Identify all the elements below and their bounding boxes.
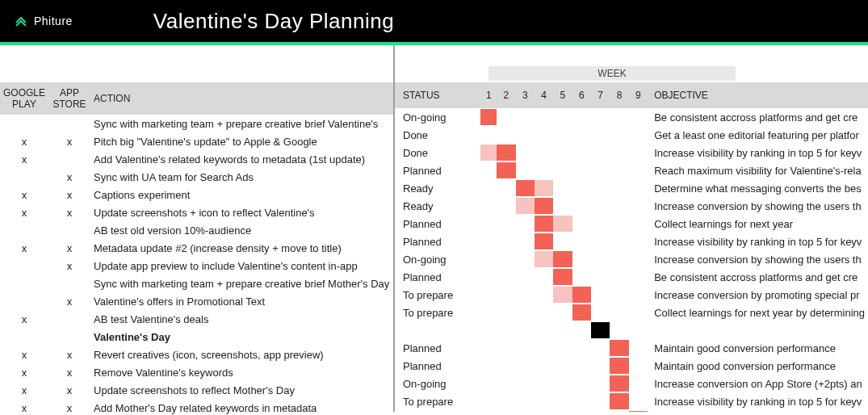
gantt-row[interactable]: DoneGet a least one editorial featuring … xyxy=(395,126,868,144)
gantt-cell xyxy=(629,161,648,179)
table-row[interactable]: xxPitch big "Valentine's update" to Appl… xyxy=(0,132,393,150)
gantt-cell xyxy=(476,357,497,375)
gantt-bar xyxy=(535,198,553,214)
table-row[interactable]: xxRevert creatives (icon, screenshots, a… xyxy=(0,346,393,363)
table-row[interactable]: xxAdd Mother's Day related keywords in m… xyxy=(0,399,393,415)
col-status: STATUS xyxy=(395,82,476,108)
table-row[interactable]: xxUpdate screenshots to reflect Mother's… xyxy=(0,381,393,399)
gantt-row[interactable]: On-goingBe consistent accross platforms … xyxy=(395,108,868,126)
gantt-row[interactable]: PlannedIncrease visibility by ranking in… xyxy=(395,233,868,250)
gantt-row[interactable] xyxy=(395,321,868,339)
gantt-row[interactable]: On-goingIncrease conversion on App Store… xyxy=(395,375,868,392)
gantt-row[interactable]: PlannedCollect learnings for next year xyxy=(395,215,868,233)
cell-google-play: x xyxy=(0,203,48,221)
gantt-bar xyxy=(610,340,628,356)
cell-app-store: x xyxy=(48,132,90,150)
table-row[interactable]: xUpdate app preview to include Valentine… xyxy=(0,257,393,275)
cell-objective: Reach maximum visibility for Valentine's… xyxy=(648,161,868,179)
gantt-row[interactable]: PlannedMaintain good conversion performa… xyxy=(395,357,868,375)
gantt-cell xyxy=(572,321,591,339)
gantt-row[interactable]: ReadyDetermine what messaging converts t… xyxy=(395,179,868,197)
gantt-row[interactable]: On-goingIncrease conversion by showing t… xyxy=(395,250,868,268)
cell-status: Planned xyxy=(395,233,476,250)
gantt-row[interactable]: PlannedBe consistent accross platforms a… xyxy=(395,268,868,286)
gantt-cell xyxy=(591,392,610,410)
cell-objective: Increase conversion on App Store (+2pts)… xyxy=(648,375,868,392)
action-table: GOOGLE PLAY APP STORE ACTION Sync with m… xyxy=(0,82,393,415)
gantt-row[interactable]: To prepareIncrease visibility by ranking… xyxy=(395,392,868,410)
gantt-cell xyxy=(610,233,628,250)
gantt-cell xyxy=(610,268,628,286)
table-row[interactable]: xValentine's offers in Promotional Text xyxy=(0,292,393,310)
table-row[interactable]: AB test old version 10%-audience xyxy=(0,221,393,239)
gantt-cell xyxy=(591,410,610,412)
gantt-cell xyxy=(553,144,572,161)
cell-action: Sync with UA team for Search Ads xyxy=(90,168,393,186)
gantt-row[interactable]: PlannedMaintain good conversion performa… xyxy=(395,339,868,357)
cell-app-store xyxy=(48,310,90,328)
gantt-cell xyxy=(497,410,515,412)
gantt-cell xyxy=(610,304,628,321)
cell-objective: Increase visibility by ranking in top 5 … xyxy=(648,392,868,410)
table-row[interactable]: xxMetadata update #2 (increase density +… xyxy=(0,239,393,257)
table-row[interactable]: xSync with UA team for Search Ads xyxy=(0,168,393,186)
table-row[interactable]: xxRemove Valentine's keywords xyxy=(0,363,393,381)
table-row[interactable]: xxUpdate screenshots + icon to reflect V… xyxy=(0,203,393,221)
gantt-cell xyxy=(572,304,591,321)
gantt-row[interactable]: To prepareIncrease conversion by promoti… xyxy=(395,286,868,304)
gantt-cell xyxy=(591,286,610,304)
cell-status: Ready xyxy=(395,197,476,215)
gantt-cell xyxy=(516,304,535,321)
gantt-cell xyxy=(497,286,515,304)
gantt-cell xyxy=(572,286,591,304)
gantt-cell xyxy=(535,357,553,375)
gantt-cell xyxy=(476,233,497,250)
gantt-cell xyxy=(591,126,610,144)
gantt-cell xyxy=(535,126,553,144)
gantt-cell xyxy=(476,304,497,321)
table-row[interactable]: xAdd Valentine's related keywords to met… xyxy=(0,150,393,168)
gantt-cell xyxy=(591,250,610,268)
table-header-row: GOOGLE PLAY APP STORE ACTION xyxy=(0,82,393,115)
gantt-cell xyxy=(535,375,553,392)
cell-status: To prepare xyxy=(395,304,476,321)
gantt-row[interactable]: To prepareCollect learnings for next yea… xyxy=(395,304,868,321)
cell-objective: Increase visibility by ranking in top 5 … xyxy=(648,144,868,161)
week-header: 9 xyxy=(629,82,648,108)
table-row[interactable]: Sync with marketing team + prepare creat… xyxy=(0,115,393,132)
gantt-cell xyxy=(516,357,535,375)
gantt-cell xyxy=(476,108,497,126)
cell-status: Planned xyxy=(395,339,476,357)
cell-action: Revert creatives (icon, screenshots, app… xyxy=(90,346,393,363)
gantt-cell xyxy=(535,215,553,233)
gantt-cell xyxy=(553,304,572,321)
table-row[interactable]: Sync with marketing team + prepare creat… xyxy=(0,275,393,292)
gantt-row[interactable]: DoneIncrease visibility by ranking in to… xyxy=(395,144,868,161)
gantt-cell xyxy=(516,286,535,304)
gantt-row[interactable]: PlannedReach maximum visibility for Vale… xyxy=(395,161,868,179)
gantt-row[interactable]: ReadyIncrease conversion by showing the … xyxy=(395,197,868,215)
gantt-cell xyxy=(476,197,497,215)
table-row[interactable]: xAB test Valentine's deals xyxy=(0,310,393,328)
gantt-cell xyxy=(535,144,553,161)
gantt-cell xyxy=(610,375,628,392)
cell-action: Sync with marketing team + prepare creat… xyxy=(90,115,393,132)
gantt-cell xyxy=(629,410,648,412)
gantt-cell xyxy=(572,161,591,179)
gantt-cell xyxy=(516,410,535,412)
gantt-cell xyxy=(591,321,610,339)
gantt-cell xyxy=(629,126,648,144)
gantt-row[interactable]: PlannedEvaluate campaign success, get le… xyxy=(395,410,868,412)
table-row[interactable]: xxCaptions experiment xyxy=(0,186,393,203)
cell-action: AB test old version 10%-audience xyxy=(90,221,393,239)
gantt-cell xyxy=(610,197,628,215)
cell-google-play xyxy=(0,328,48,346)
gantt-bar xyxy=(516,180,535,196)
table-row[interactable]: Valentine's Day xyxy=(0,328,393,346)
gantt-cell xyxy=(476,215,497,233)
gantt-cell xyxy=(535,321,553,339)
gantt-cell xyxy=(476,161,497,179)
cell-action: Valentine's offers in Promotional Text xyxy=(90,292,393,310)
cell-action: AB test Valentine's deals xyxy=(90,310,393,328)
cell-action: Update screenshots + icon to reflect Val… xyxy=(90,203,393,221)
